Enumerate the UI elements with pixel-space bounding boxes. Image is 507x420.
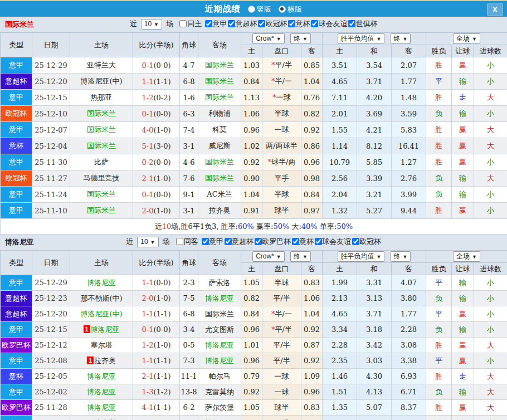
home-team-name: 比萨 <box>94 158 109 166</box>
result-handicap: 赢 <box>452 400 474 416</box>
avg-final-value: 终 <box>394 252 401 260</box>
league-filter-checkbox[interactable]: 欧冠杯 <box>351 237 381 246</box>
league-filter-checkbox[interactable]: 意超杯 <box>223 237 254 246</box>
same-venue-checkbox[interactable]: 同客 <box>172 237 198 246</box>
league-filter-checkbox-input[interactable] <box>352 238 359 245</box>
league-filter-checkbox-input[interactable] <box>315 238 322 245</box>
radio-vertical-label: 竖版 <box>257 5 271 13</box>
odds-home: 1.04 <box>241 187 262 203</box>
result-goals: 大 <box>474 138 507 154</box>
league-filter-checkbox[interactable]: 球会友谊 <box>310 19 347 28</box>
corner-score: 3-1 <box>180 138 198 154</box>
away-team-name: 国际米兰 <box>205 310 234 318</box>
same-venue-checkbox[interactable]: 同主 <box>176 19 202 28</box>
avg-select[interactable]: 胜平负均值▼ <box>338 251 385 262</box>
league-filter-checkbox[interactable]: 球会友谊 <box>314 237 351 246</box>
col-header-avg-away: 客 <box>392 263 426 275</box>
match-type-badge: 欧冠杯 <box>1 106 32 122</box>
league-filter-checkbox-input[interactable] <box>292 238 299 245</box>
moved-line-star: * <box>271 77 275 85</box>
same-venue-checkbox-input[interactable] <box>176 238 183 245</box>
moved-line-star: * <box>271 61 275 69</box>
avg-away-odds: 3.08 <box>392 338 426 353</box>
match-score: 2-1(1-1) <box>133 369 180 384</box>
result-goals: 小 <box>474 187 507 203</box>
away-team-cell: 帕尔马 <box>198 369 241 384</box>
odds-away: 1.06 <box>301 291 323 306</box>
league-filter-checkbox-input[interactable] <box>202 238 209 245</box>
avg-final-select[interactable]: 终▼ <box>391 251 411 262</box>
avg-away-odds: 2.07 <box>392 57 426 74</box>
league-filter-checkbox[interactable]: 意杯 <box>287 19 310 28</box>
avg-draw-odds: 3.03 <box>357 353 392 369</box>
result-wdl: 平 <box>426 306 452 322</box>
league-filter-checkbox-input[interactable] <box>228 20 235 27</box>
league-filter-checkbox[interactable]: 欧罗巴杯 <box>254 237 291 246</box>
odds-final-value: 终 <box>294 35 300 42</box>
avg-away-odds: 3.80 <box>392 291 426 306</box>
odds-company-select[interactable]: Crow*▼ <box>252 33 285 44</box>
league-filter-checkbox[interactable]: 世俱杯 <box>347 19 377 28</box>
match-date: 25-12-20 <box>32 306 70 322</box>
avg-away-odds: 3.99 <box>392 187 426 203</box>
avg-home-odds: 1.99 <box>323 275 357 291</box>
chevron-down-icon: ▼ <box>303 36 308 42</box>
avg-select[interactable]: 胜平负均值▼ <box>338 33 385 44</box>
result-goals: 小 <box>474 322 507 338</box>
league-filter-checkbox-input[interactable] <box>348 20 355 27</box>
league-filter-checkbox[interactable]: 意杯 <box>291 237 314 246</box>
fullmatch-select[interactable]: 全场▼ <box>453 251 480 262</box>
match-score: 2-0(1-0) <box>133 203 180 219</box>
corner-score: 6-2 <box>180 400 198 416</box>
match-type-badge: 欧冠杯 <box>1 170 32 187</box>
odds-company-select[interactable]: Crow*▼ <box>252 251 285 262</box>
league-filter-checkbox-input[interactable] <box>258 20 265 27</box>
away-team-name: 科莫 <box>212 125 227 134</box>
home-team-name: 博洛尼亚 <box>87 388 116 396</box>
match-count-select[interactable]: 10▼ <box>141 19 162 30</box>
chevron-down-icon: ▼ <box>154 22 159 27</box>
league-filter-checkbox-input[interactable] <box>225 238 232 245</box>
match-type-badge: 意甲 <box>1 187 32 203</box>
league-filter-label: 世俱杯 <box>355 19 377 28</box>
odds-away: 0.96 <box>301 384 323 400</box>
match-row: 意甲25-11-10国际米兰2-0(1-0)3-1拉齐奥0.91球半0.971.… <box>1 203 507 219</box>
home-team-name: 博洛尼亚 <box>91 325 120 334</box>
odds-home: 1.01 <box>241 338 262 353</box>
handicap-line: 平/半 <box>262 338 301 353</box>
away-team-cell: 国际米兰 <box>198 154 241 170</box>
col-header-odds-away: 客 <box>301 263 323 275</box>
avg-home-odds: 1.35 <box>323 400 357 416</box>
result-handicap: 走 <box>452 369 474 384</box>
home-team-cell: 博洛尼亚 <box>70 384 133 400</box>
match-score: 1-1(1-1) <box>133 306 180 322</box>
match-count-value: 10 <box>140 238 148 246</box>
league-filter-group: 意甲意超杯欧冠杯意杯球会友谊世俱杯 <box>204 19 377 28</box>
handicap-line: *平/半 <box>262 322 301 338</box>
league-filter-checkbox[interactable]: 意甲 <box>201 237 223 246</box>
layout-radio-horizontal[interactable]: 横版 <box>274 5 302 13</box>
league-filter-checkbox-input[interactable] <box>255 238 262 245</box>
same-venue-checkbox-input[interactable] <box>179 20 187 27</box>
league-filter-checkbox-input[interactable] <box>311 20 318 27</box>
layout-radio-vertical[interactable]: 竖版 <box>243 5 271 13</box>
league-filter-label: 意甲 <box>209 237 223 246</box>
league-filter-label: 意超杯 <box>232 237 254 246</box>
league-filter-checkbox[interactable]: 欧冠杯 <box>257 19 287 28</box>
away-team-name: 国际米兰 <box>205 61 234 69</box>
league-filter-checkbox-input[interactable] <box>288 20 295 27</box>
corner-score: 11-1 <box>180 369 198 384</box>
close-button[interactable]: X <box>487 3 503 16</box>
result-goals: 大 <box>474 90 507 106</box>
fullmatch-select[interactable]: 全场▼ <box>453 33 480 44</box>
league-filter-checkbox-input[interactable] <box>205 20 212 27</box>
match-count-select[interactable]: 10▼ <box>137 237 158 247</box>
avg-final-select[interactable]: 终▼ <box>391 33 411 44</box>
odds-final-select[interactable]: 终▼ <box>290 33 311 44</box>
league-filter-checkbox[interactable]: 意超杯 <box>227 19 257 28</box>
odds-final-select[interactable]: 终▼ <box>290 251 311 262</box>
match-row: 意甲25-12-02博洛尼亚1-3(1-2)13-8克雷莫纳0.92一球0.96… <box>1 384 507 400</box>
match-score: 2-0(1-0) <box>133 291 180 306</box>
league-filter-checkbox[interactable]: 意甲 <box>204 19 227 28</box>
away-team-cell: 博洛尼亚 <box>198 291 241 306</box>
